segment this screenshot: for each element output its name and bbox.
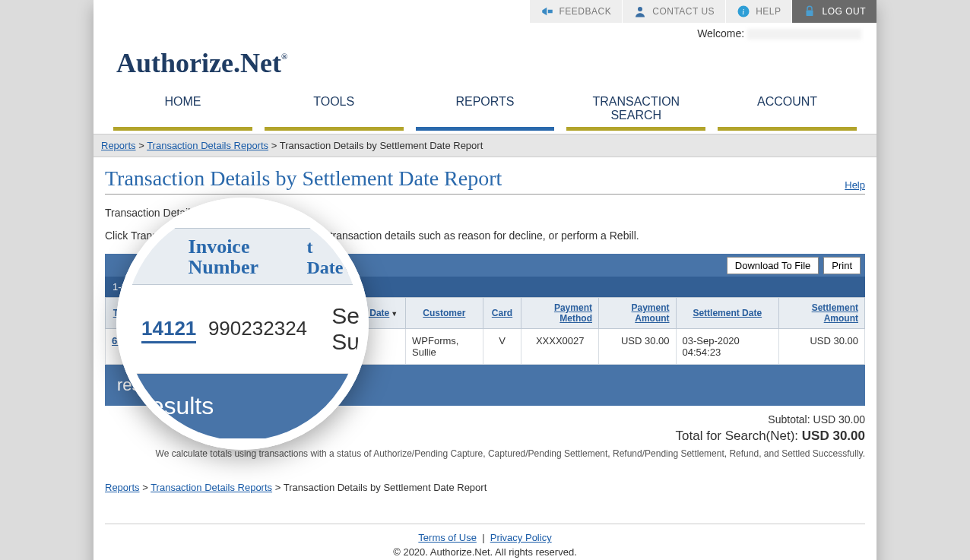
nav-transaction-search[interactable]: TRANSACTION SEARCH: [566, 90, 705, 131]
col-settle-amount[interactable]: Settlement Amount: [812, 302, 858, 324]
net-value: USD 30.00: [802, 429, 865, 443]
subtotal-value: USD 30.00: [813, 413, 865, 426]
breadcrumb-reports[interactable]: Reports: [101, 140, 136, 151]
copyright: © 2020. Authorize.Net. All rights reserv…: [105, 546, 865, 558]
welcome-line: Welcome:: [94, 23, 876, 40]
cell-customer: WPForms, Sullie: [406, 329, 483, 365]
net-label: Total for Search(Net):: [676, 429, 799, 443]
breadcrumb-sep: >: [271, 140, 277, 151]
breadcrumb-reports[interactable]: Reports: [105, 482, 140, 493]
col-pay-method[interactable]: Payment Method: [554, 302, 592, 324]
cell-pay-method: XXXX0027: [521, 329, 599, 365]
contact-label: CONTACT US: [652, 6, 715, 17]
footer: Terms of Use | Privacy Policy © 2020. Au…: [105, 532, 865, 558]
help-label: HELP: [756, 6, 781, 17]
feedback-button[interactable]: FEEDBACK: [529, 0, 623, 23]
logout-button[interactable]: LOG OUT: [791, 0, 876, 23]
nav-account[interactable]: ACCOUNT: [718, 90, 857, 131]
breadcrumb: Reports > Transaction Details Reports > …: [94, 134, 876, 157]
logo-text: Authorize.Net®: [116, 47, 876, 79]
help-button[interactable]: i HELP: [725, 0, 791, 23]
person-icon: [633, 5, 647, 18]
nav-reports[interactable]: REPORTS: [416, 90, 555, 131]
breadcrumb-tdr[interactable]: Transaction Details Reports: [151, 482, 272, 493]
privacy-link[interactable]: Privacy Policy: [490, 532, 552, 543]
col-pay-amount[interactable]: Payment Amount: [632, 302, 670, 324]
breadcrumb-bottom: Reports > Transaction Details Reports > …: [105, 459, 865, 501]
terms-link[interactable]: Terms of Use: [418, 532, 477, 543]
svg-point-0: [638, 7, 642, 11]
breadcrumb-tdr[interactable]: Transaction Details Reports: [147, 140, 268, 151]
col-settle-date[interactable]: Settlement Date: [693, 308, 762, 318]
welcome-label: Welcome:: [697, 27, 744, 40]
cell-settle-date: 03-Sep-2020 04:54:23: [676, 329, 778, 365]
cell-settle-amount: USD 30.00: [779, 329, 865, 365]
registered-icon: ®: [281, 52, 287, 61]
lock-icon: [803, 5, 816, 18]
cell-card: V: [483, 329, 521, 365]
info-icon: i: [737, 5, 750, 18]
svg-text:i: i: [742, 8, 744, 16]
footer-separator: [105, 524, 865, 524]
sort-desc-icon: ▼: [391, 310, 398, 318]
mag-invoice: 990232324: [208, 317, 331, 340]
breadcrumb-sep: >: [142, 482, 148, 493]
magnifier-overlay: Invoice Number t Date▼ 14121 990232324 S…: [116, 198, 369, 450]
page: FEEDBACK CONTACT US i HELP LOG OUT Welco…: [94, 0, 876, 560]
page-title: Transaction Details by Settlement Date R…: [105, 166, 502, 191]
megaphone-icon: [540, 5, 554, 18]
nav-tools[interactable]: TOOLS: [265, 90, 404, 131]
breadcrumb-current: Transaction Details by Settlement Date R…: [284, 482, 487, 493]
subtotal-label: Subtotal:: [768, 413, 810, 426]
username-redacted: [747, 29, 861, 40]
svg-rect-3: [807, 11, 813, 17]
breadcrumb-sep: >: [275, 482, 281, 493]
title-row: Transaction Details by Settlement Date R…: [105, 157, 865, 195]
mag-th-invoice: Invoice Number: [189, 236, 307, 278]
breadcrumb-sep: >: [138, 140, 144, 151]
download-button[interactable]: Download To File: [727, 257, 819, 274]
nav-home[interactable]: HOME: [113, 90, 252, 131]
mag-status: Se Su: [331, 303, 360, 355]
magnifier-content: Invoice Number t Date▼ 14121 990232324 S…: [125, 207, 360, 441]
print-button[interactable]: Print: [823, 257, 861, 274]
logo: Authorize.Net®: [94, 40, 876, 90]
main-nav: HOME TOOLS REPORTS TRANSACTION SEARCH AC…: [94, 90, 876, 134]
calc-note: We calculate totals using transactions w…: [105, 448, 865, 459]
cell-pay-amount: USD 30.00: [598, 329, 676, 365]
help-link[interactable]: Help: [845, 179, 865, 191]
feedback-label: FEEDBACK: [559, 6, 612, 17]
breadcrumb-current: Transaction Details by Settlement Date R…: [280, 140, 483, 151]
logo-label: Authorize.Net: [116, 47, 281, 79]
col-customer[interactable]: Customer: [423, 308, 465, 318]
contact-us-button[interactable]: CONTACT US: [622, 0, 725, 23]
col-card[interactable]: Card: [492, 308, 512, 318]
logout-label: LOG OUT: [822, 6, 866, 17]
top-utility-bar: FEEDBACK CONTACT US i HELP LOG OUT: [94, 0, 876, 23]
mag-trans-id[interactable]: 14121: [141, 317, 196, 343]
